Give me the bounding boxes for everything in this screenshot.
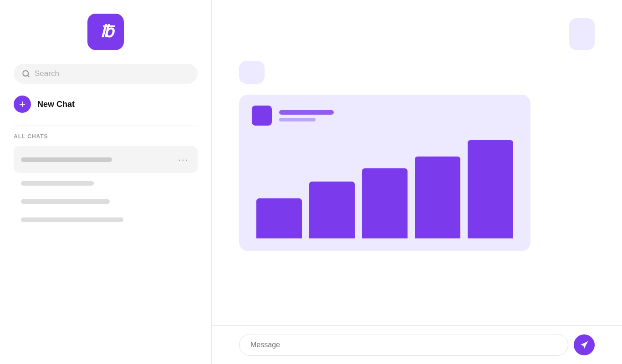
chat-preview-line [21,157,112,162]
new-chat-icon: + [14,96,31,113]
search-bar[interactable]: Search [14,64,198,84]
bar-chart [252,138,518,238]
new-chat-label: New Chat [37,100,75,109]
chart-header [252,106,518,126]
chat-menu-button[interactable]: ··· [176,153,190,166]
chat-preview-line [21,181,94,186]
chat-preview-line [21,199,110,204]
section-label: ALL CHATS [14,133,198,140]
bar-3 [362,168,408,238]
chat-item[interactable] [14,211,198,228]
chart-subtitle-line [279,118,316,121]
chat-item[interactable]: ··· [14,146,198,173]
search-placeholder: Search [35,69,189,78]
logo-icon: ℔ [100,22,112,41]
message-bubble-right [569,18,595,50]
sidebar: ℔ Search + New Chat ALL CHATS ··· [0,0,212,364]
chat-list: ··· [14,146,198,229]
new-chat-button[interactable]: + New Chat [14,94,198,115]
response-card [239,61,265,84]
chart-title-line [279,110,334,115]
search-icon [22,70,30,78]
svg-line-1 [27,75,29,76]
divider [14,126,198,126]
chat-item[interactable] [14,193,198,210]
bar-1 [256,198,302,238]
chat-area [212,0,622,325]
bar-2 [309,182,355,238]
bar-4 [415,157,460,238]
chat-item[interactable] [14,175,198,192]
chart-icon [252,106,272,126]
chart-card [239,95,530,251]
send-button[interactable] [574,334,595,355]
chat-preview-line [21,217,123,222]
chart-header-lines [279,110,334,121]
message-input[interactable] [239,334,568,356]
main-content [212,0,622,364]
bar-5 [468,140,513,238]
app-logo: ℔ [87,14,124,50]
message-input-area [212,325,622,364]
logo-container: ℔ [14,14,198,50]
